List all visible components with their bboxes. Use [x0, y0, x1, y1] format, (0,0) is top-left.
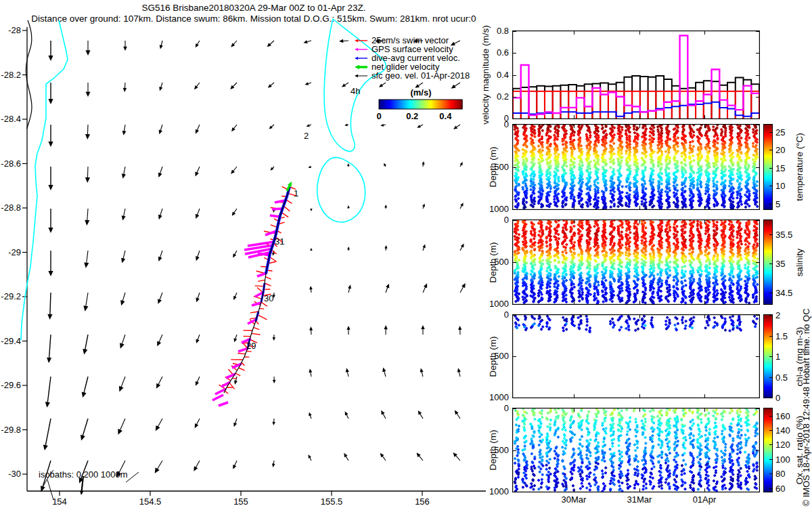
- geostrophic-velocity-arrow: [159, 125, 162, 134]
- temperature-colorbar: [763, 124, 773, 210]
- geostrophic-velocity-arrow: [43, 419, 51, 450]
- geostrophic-velocity-arrow: [156, 377, 162, 389]
- geostrophic-velocity-arrow: [85, 125, 90, 140]
- chla-colorbar-tick-label: 0: [775, 394, 805, 403]
- geostrophic-velocity-arrow: [347, 205, 350, 209]
- swim-vector: [235, 373, 240, 376]
- map-y-tick-label: -28.2: [1, 70, 21, 80]
- geostrophic-velocity-arrow: [82, 377, 88, 398]
- geostrophic-velocity-arrow: [309, 286, 313, 293]
- geostrophic-velocity-arrow: [272, 419, 275, 425]
- geostrophic-velocity-arrow: [451, 83, 460, 89]
- swim-vector: [238, 353, 245, 354]
- geostrophic-velocity-arrow: [45, 377, 51, 408]
- oxygen-depth-tick-label: 500: [482, 446, 509, 455]
- swim-vector: [255, 286, 265, 287]
- geostrophic-velocity-arrow: [233, 251, 237, 257]
- oxygen-section-plot: [512, 408, 760, 492]
- chlorophyll-colorbar: [763, 314, 773, 398]
- geostrophic-velocity-arrow: [122, 167, 126, 179]
- isobath-loop-south: [317, 157, 365, 221]
- geostrophic-velocity-arrow: [273, 335, 275, 341]
- map-y-tick-label: -28: [8, 25, 21, 35]
- map-colorbar-tick-label: 0.4: [439, 111, 452, 121]
- date-annotation: 30: [264, 293, 273, 303]
- temperature-colorbar-tick-label: 25: [775, 128, 805, 137]
- geostrophic-velocity-arrow: [310, 209, 312, 211]
- geostrophic-velocity-arrow: [83, 293, 88, 312]
- map-y-tick-label: -29.6: [1, 380, 21, 390]
- map-y-tick-label: -29.2: [1, 291, 21, 301]
- geostrophic-velocity-arrow: [195, 419, 200, 428]
- geostrophic-velocity-arrow: [231, 41, 237, 47]
- oxygen-depth-tick-label: 0: [482, 404, 509, 413]
- map-x-tick-label: 156: [415, 496, 430, 507]
- geostrophic-velocity-arrow: [310, 248, 312, 251]
- swim-vector: [265, 283, 271, 286]
- map-x-tick-label: 154: [52, 496, 67, 507]
- geostrophic-velocity-arrow: [309, 368, 312, 377]
- mission-map: 154154.5155155.5156-28-28.2-28.4-28.6-28…: [0, 0, 512, 508]
- geostrophic-velocity-arrow: [269, 125, 274, 129]
- gps-surface-velocity-vector: [219, 402, 228, 406]
- temperature-colorbar-tick-label: 20: [775, 146, 805, 155]
- velocity-ytick-label: 0.2: [482, 92, 509, 102]
- geostrophic-velocity-arrow: [380, 124, 386, 127]
- chla-colorbar-tick-label: 1.5: [775, 332, 805, 341]
- oxygen-colorbar-tick-label: 60: [775, 484, 805, 494]
- geostrophic-velocity-arrow: [267, 41, 274, 47]
- swim-vector: [256, 321, 258, 324]
- geostrophic-velocity-arrow: [233, 461, 237, 469]
- temperature-depth-tick-label: 500: [482, 163, 509, 172]
- geostrophic-velocity-arrow: [309, 412, 311, 419]
- geostrophic-velocity-arrow: [158, 209, 162, 219]
- geostrophic-velocity-arrow: [158, 251, 162, 261]
- date-annotation: 31: [275, 236, 284, 247]
- geostrophic-velocity-arrow: [384, 163, 386, 167]
- geostrophic-velocity-arrow: [309, 326, 313, 335]
- geostrophic-velocity-arrow: [346, 368, 349, 377]
- oxygen-colorbar: [763, 408, 773, 492]
- salinity-depth-tick-label: 500: [482, 257, 509, 267]
- geostrophic-velocity-arrow: [233, 293, 237, 300]
- legend-arrow: [355, 48, 367, 51]
- geostrophic-velocity-arrow: [48, 251, 53, 276]
- geostrophic-velocity-arrow: [47, 293, 52, 320]
- geostrophic-velocity-arrow: [460, 243, 464, 251]
- geostrophic-velocity-arrow: [234, 335, 238, 342]
- geostrophic-velocity-arrow: [386, 284, 389, 293]
- geostrophic-velocity-arrow: [85, 41, 90, 56]
- swim-vector: [258, 280, 265, 281]
- swim-vector: [258, 315, 267, 320]
- temperature-depth-tick-label: 0: [482, 120, 509, 129]
- geostrophic-velocity-arrow: [47, 335, 51, 363]
- geostrophic-velocity-arrow: [458, 326, 461, 335]
- map-colorbar-tick-label: 0: [376, 111, 381, 121]
- geostrophic-velocity-arrow: [418, 410, 423, 419]
- map-y-tick-label: -28.8: [1, 203, 21, 213]
- geostrophic-velocity-arrow: [273, 377, 276, 383]
- temperature-colorbar-tick-label: 10: [775, 182, 805, 191]
- geostrophic-velocity-arrow: [122, 209, 126, 221]
- chla-colorbar-tick-label: 1: [775, 352, 805, 362]
- isobath-leader: [47, 480, 53, 500]
- geostrophic-velocity-arrow: [384, 325, 387, 335]
- map-y-tick-label: -28.4: [1, 114, 21, 124]
- swim-vector: [232, 378, 236, 379]
- legend-arrow: [355, 57, 367, 60]
- geostrophic-velocity-arrow: [384, 245, 387, 251]
- geostrophic-velocity-arrow: [194, 83, 200, 89]
- geostrophic-velocity-arrow: [348, 284, 351, 293]
- oxygen-colorbar-tick-label: 120: [775, 440, 805, 450]
- date-annotation: 1: [294, 188, 298, 198]
- chla-depth-tick-label: 0: [482, 310, 509, 320]
- isobath-west: [21, 20, 68, 340]
- date-annotation: 29: [246, 341, 256, 351]
- swim-vector: [252, 333, 261, 335]
- geostrophic-velocity-arrow: [455, 410, 460, 419]
- geostrophic-velocity-arrow: [231, 167, 237, 174]
- geostrophic-velocity-arrow: [118, 419, 125, 435]
- geostrophic-velocity-arrow: [48, 209, 53, 233]
- salinity-colorbar: [763, 219, 773, 305]
- geostrophic-velocity-arrow: [420, 368, 424, 377]
